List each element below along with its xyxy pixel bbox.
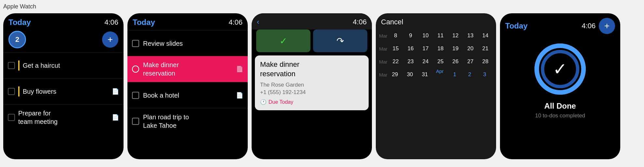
screen5-header: Today 4:06 + — [500, 13, 620, 37]
checkmark-icon: ✓ — [553, 59, 567, 79]
page-title: Apple Watch — [0, 3, 644, 10]
screen4-header: Cancel — [376, 13, 496, 30]
list-item[interactable]: Prepare forteam meeting 📄 — [3, 104, 124, 130]
calendar-day[interactable]: 9 — [403, 30, 418, 42]
screen-5-all-done: Today 4:06 + ✓ — [500, 13, 620, 159]
todo-item-text: Get a haircut — [23, 61, 119, 70]
calendar-day[interactable]: 2 — [462, 68, 477, 81]
detail-location: The Rose Garden — [260, 82, 363, 88]
calendar-day[interactable]: 23 — [403, 55, 418, 68]
screen5-today-label: Today — [505, 21, 528, 30]
detail-title: Make dinnerreservation — [260, 60, 363, 78]
list-item[interactable]: Book a hotel 📄 — [127, 82, 248, 108]
todo-count-badge[interactable]: 2 — [8, 31, 26, 48]
calendar-day[interactable]: 28 — [478, 55, 493, 68]
calendar-day[interactable]: 20 — [463, 42, 478, 55]
calendar-day[interactable]: 29 — [388, 68, 402, 81]
month-label: Mar — [379, 33, 388, 39]
complete-button[interactable]: ✓ — [256, 30, 310, 52]
calendar-day[interactable]: 30 — [402, 68, 417, 81]
calendar-day[interactable]: 26 — [448, 55, 463, 68]
calendar-day[interactable]: 16 — [403, 42, 418, 55]
calendar-row: Mar 8 9 10 11 12 13 14 — [379, 30, 493, 42]
calendar-day[interactable]: 12 — [448, 30, 463, 42]
add-todo-button[interactable]: + — [599, 18, 615, 34]
plus-icon: + — [108, 35, 113, 44]
calendar-day[interactable]: 25 — [433, 55, 448, 68]
month-label: Mar — [379, 59, 388, 65]
checkbox-icon[interactable] — [132, 92, 139, 99]
screen2-time: 4:06 — [229, 18, 243, 27]
todo-item-text: Book a hotel — [143, 91, 236, 100]
screens-container: Today 4:06 2 + Get a haircut Buy flowers… — [0, 13, 644, 159]
checkbox-icon[interactable] — [8, 62, 15, 69]
calendar-day[interactable]: 17 — [418, 42, 433, 55]
note-icon: 📄 — [112, 114, 119, 121]
calendar-day[interactable]: 15 — [388, 42, 403, 55]
month-label: Mar — [379, 46, 388, 52]
list-item[interactable]: Plan road trip toLake Tahoe — [127, 108, 248, 134]
detail-phone: +1 (555) 192-1234 — [260, 89, 363, 96]
month-label: Mar — [379, 72, 388, 78]
checkbox-icon[interactable] — [8, 114, 15, 121]
cancel-button[interactable]: Cancel — [381, 18, 403, 26]
calendar-day[interactable]: 4 — [492, 68, 496, 81]
days-row: 22 23 24 25 26 27 28 — [388, 55, 493, 68]
list-item[interactable]: Review slides — [127, 30, 248, 56]
completion-count: 10 to-dos completed — [535, 113, 585, 119]
days-row: 29 30 31 Apr 1 2 3 4 — [388, 68, 496, 81]
calendar-day[interactable]: 21 — [478, 42, 493, 55]
calendar-day[interactable]: 3 — [477, 68, 492, 81]
list-item[interactable]: Buy flowers 📄 — [3, 78, 124, 104]
screen1-today-label: Today — [8, 18, 31, 27]
screen1-icons-row: 2 + — [3, 30, 124, 52]
all-done-content: ✓ All Done 10 to-dos completed — [500, 37, 620, 119]
screen3-time: 4:06 — [353, 18, 367, 26]
todo-item-text: Review slides — [143, 39, 243, 48]
todo-item-text: Plan road trip toLake Tahoe — [143, 113, 243, 130]
checkbox-icon[interactable] — [132, 66, 139, 73]
list-item[interactable]: Get a haircut — [3, 52, 124, 78]
add-todo-button[interactable]: + — [102, 31, 118, 48]
share-icon: ↷ — [336, 36, 344, 46]
calendar-day[interactable]: 19 — [448, 42, 463, 55]
calendar-row: Mar 15 16 17 18 19 20 21 — [379, 42, 493, 55]
days-row: 8 9 10 11 12 13 14 — [388, 30, 493, 42]
back-button[interactable]: ‹ — [257, 18, 259, 26]
all-done-label: All Done — [544, 101, 576, 111]
checkbox-icon[interactable] — [132, 40, 139, 47]
screen-4-calendar: Cancel Mar 8 9 10 11 12 13 14 Mar — [376, 13, 496, 159]
screen2-header: Today 4:06 — [127, 13, 248, 30]
checkbox-icon[interactable] — [8, 88, 15, 95]
priority-bar — [18, 60, 20, 71]
plus-icon: + — [604, 21, 610, 30]
priority-bar — [18, 86, 20, 97]
calendar-day[interactable]: 8 — [388, 30, 403, 42]
checkmark-icon: ✓ — [280, 36, 287, 46]
list-item-highlighted[interactable]: Make dinnerreservation 📄 — [127, 56, 248, 82]
calendar-day[interactable]: 27 — [463, 55, 478, 68]
todo-item-text: Make dinnerreservation — [143, 61, 236, 78]
note-icon: 📄 — [112, 88, 119, 95]
due-date-badge: 🕐 Due Today — [260, 99, 363, 105]
calendar-day[interactable]: 31 — [417, 68, 432, 81]
calendar-day[interactable]: 18 — [433, 42, 448, 55]
screen3-actions: ✓ ↷ — [252, 30, 372, 55]
calendar-day[interactable]: 22 — [388, 55, 403, 68]
checkbox-icon[interactable] — [132, 118, 139, 125]
calendar-day[interactable]: 13 — [463, 30, 478, 42]
screen-2-todo-list: Today 4:06 Review slides Make dinnerrese… — [127, 13, 248, 159]
calendar-day[interactable]: 10 — [418, 30, 433, 42]
screen2-today-label: Today — [133, 18, 155, 27]
calendar-row: Mar 29 30 31 Apr 1 2 3 4 — [379, 68, 493, 81]
todo-item-text: Prepare forteam meeting — [18, 109, 110, 126]
calendar-day[interactable]: 11 — [433, 30, 448, 42]
calendar-day[interactable]: 24 — [418, 55, 433, 68]
calendar-day[interactable]: 1 — [447, 68, 462, 81]
note-icon: 📄 — [236, 66, 243, 73]
screen3-header: ‹ 4:06 — [252, 13, 372, 30]
calendar-row: Mar 22 23 24 25 26 27 28 — [379, 55, 493, 68]
screen1-header: Today 4:06 — [3, 13, 124, 30]
calendar-day[interactable]: 14 — [478, 30, 493, 42]
share-button[interactable]: ↷ — [313, 30, 367, 52]
